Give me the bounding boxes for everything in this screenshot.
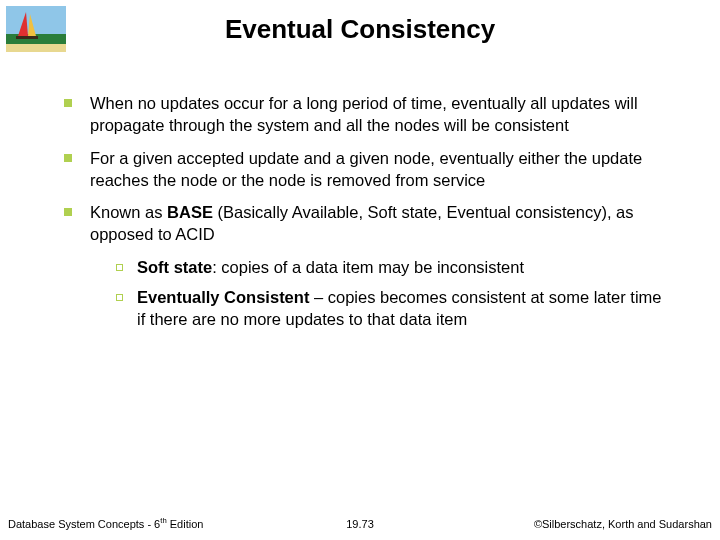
bullet-square-icon xyxy=(64,208,72,216)
bullet-text: Known as BASE (Basically Available, Soft… xyxy=(90,201,664,246)
sub-bullet-text: Soft state: copies of a data item may be… xyxy=(137,256,664,278)
sub-bullet-list: Soft state: copies of a data item may be… xyxy=(116,256,664,331)
bullet-square-icon xyxy=(64,99,72,107)
text-bold: Soft state xyxy=(137,258,212,276)
sub-bullet-item: Eventually Consistent – copies becomes c… xyxy=(116,286,664,331)
sub-bullet-text: Eventually Consistent – copies becomes c… xyxy=(137,286,664,331)
text-part: Known as xyxy=(90,203,167,221)
content-area: When no updates occur for a long period … xyxy=(64,92,664,338)
sub-bullet-item: Soft state: copies of a data item may be… xyxy=(116,256,664,278)
slide: Eventual Consistency When no updates occ… xyxy=(0,0,720,540)
footer-right: ©Silberschatz, Korth and Sudarshan xyxy=(534,518,712,530)
bullet-text: When no updates occur for a long period … xyxy=(90,92,664,137)
bullet-outline-square-icon xyxy=(116,264,123,271)
svg-rect-2 xyxy=(6,44,66,52)
bullet-item: For a given accepted update and a given … xyxy=(64,147,664,192)
text-part: : copies of a data item may be inconsist… xyxy=(212,258,524,276)
text-bold: BASE xyxy=(167,203,213,221)
bullet-item: When no updates occur for a long period … xyxy=(64,92,664,137)
bullet-square-icon xyxy=(64,154,72,162)
bullet-outline-square-icon xyxy=(116,294,123,301)
text-bold: Eventually Consistent xyxy=(137,288,309,306)
slide-title: Eventual Consistency xyxy=(0,14,720,45)
bullet-text: For a given accepted update and a given … xyxy=(90,147,664,192)
bullet-item: Known as BASE (Basically Available, Soft… xyxy=(64,201,664,246)
